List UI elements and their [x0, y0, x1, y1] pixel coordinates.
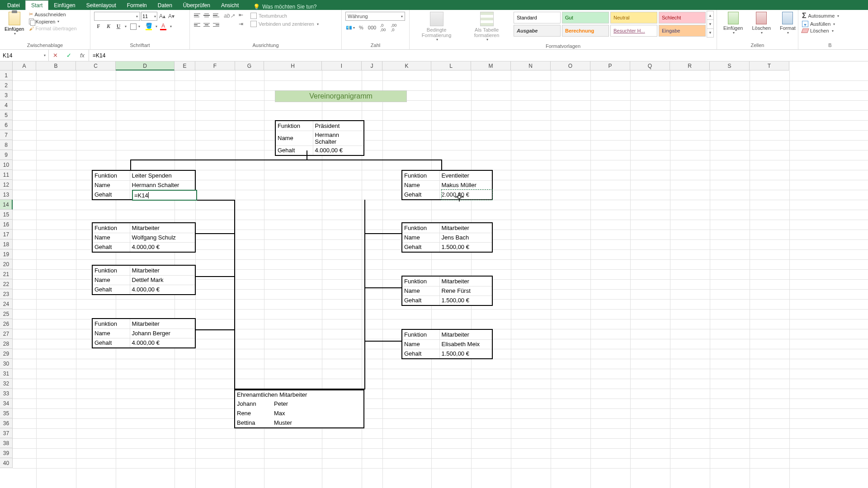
style-besuchter[interactable]: Besuchter H...: [610, 25, 657, 37]
row-header-1[interactable]: 1: [0, 70, 13, 80]
increase-decimal-button[interactable]: ,0,00: [378, 23, 388, 33]
tab-insert[interactable]: Einfügen: [48, 1, 80, 10]
font-color-button[interactable]: A: [158, 23, 168, 30]
row-header-38[interactable]: 38: [0, 438, 13, 448]
tab-formulas[interactable]: Formeln: [122, 1, 152, 10]
bold-button[interactable]: F: [94, 23, 103, 30]
row-header-24[interactable]: 24: [0, 299, 13, 309]
accounting-format-button[interactable]: 💶▾: [345, 23, 355, 33]
percent-button[interactable]: %: [356, 23, 366, 33]
col-header-O[interactable]: O: [551, 61, 590, 70]
format-painter-button[interactable]: 🖌 Format übertragen: [28, 25, 78, 32]
format-as-table-button[interactable]: Als Tabelle formatieren▾: [462, 11, 511, 43]
number-format-combo[interactable]: Währung▾: [345, 12, 405, 21]
col-header-R[interactable]: R: [670, 61, 710, 70]
fill-color-button[interactable]: 🪣: [144, 23, 154, 30]
row-header-36[interactable]: 36: [0, 418, 13, 428]
row-header-30[interactable]: 30: [0, 359, 13, 369]
col-header-G[interactable]: G: [235, 61, 264, 70]
row-header-6[interactable]: 6: [0, 120, 13, 130]
row-headers[interactable]: 1234567891011121314151617181920212223242…: [0, 70, 13, 468]
paste-button[interactable]: Einfügen ▾: [3, 11, 26, 37]
col-header-E[interactable]: E: [175, 61, 195, 70]
name-box[interactable]: K14 ▾: [0, 50, 49, 61]
style-eingabe[interactable]: Eingabe: [659, 25, 706, 37]
tell-me-search[interactable]: 💡 Was möchten Sie tun?: [253, 4, 316, 10]
col-header-C[interactable]: C: [76, 61, 116, 70]
decrease-decimal-button[interactable]: ,00,0: [389, 23, 399, 33]
border-button[interactable]: [130, 23, 137, 30]
decrease-indent-button[interactable]: ⇤: [237, 11, 245, 19]
enter-formula-button[interactable]: ✓: [64, 52, 73, 59]
row-header-17[interactable]: 17: [0, 230, 13, 239]
col-header-F[interactable]: F: [195, 61, 235, 70]
cut-button[interactable]: ✂ Ausschneiden: [28, 11, 78, 18]
col-header-A[interactable]: A: [13, 61, 36, 70]
row-header-29[interactable]: 29: [0, 349, 13, 359]
col-header-P[interactable]: P: [590, 61, 630, 70]
row-header-2[interactable]: 2: [0, 80, 13, 90]
col-header-K[interactable]: K: [382, 61, 431, 70]
align-center-button[interactable]: [202, 20, 211, 29]
align-middle-button[interactable]: [202, 11, 211, 20]
row-header-13[interactable]: 13: [0, 190, 13, 200]
row-header-39[interactable]: 39: [0, 448, 13, 458]
align-left-button[interactable]: [193, 20, 202, 29]
col-header-Q[interactable]: Q: [630, 61, 670, 70]
thousands-button[interactable]: 000: [367, 23, 377, 33]
row-header-4[interactable]: 4: [0, 100, 13, 110]
increase-indent-button[interactable]: ⇥: [237, 20, 245, 28]
scroll-down-icon[interactable]: ▼: [707, 20, 713, 28]
tab-view[interactable]: Ansicht: [216, 1, 244, 10]
fill-button[interactable]: Ausfüllen▾: [802, 21, 839, 27]
row-header-3[interactable]: 3: [0, 90, 13, 100]
style-ausgabe[interactable]: Ausgabe: [514, 25, 561, 37]
format-cells-button[interactable]: Format▾: [776, 11, 799, 36]
row-header-32[interactable]: 32: [0, 379, 13, 389]
row-header-18[interactable]: 18: [0, 239, 13, 249]
select-all-corner[interactable]: [0, 61, 13, 70]
col-header-B[interactable]: B: [36, 61, 76, 70]
row-header-5[interactable]: 5: [0, 110, 13, 120]
col-header-N[interactable]: N: [511, 61, 551, 70]
column-headers[interactable]: ABCDEFGHIJKLMNOPQRST: [13, 61, 789, 70]
row-header-28[interactable]: 28: [0, 339, 13, 349]
wrap-text-button[interactable]: Textumbruch: [250, 13, 319, 19]
copy-button[interactable]: Kopieren ▾: [28, 18, 78, 25]
row-header-22[interactable]: 22: [0, 279, 13, 289]
row-header-9[interactable]: 9: [0, 150, 13, 160]
fx-button[interactable]: fx: [78, 52, 87, 59]
col-header-J[interactable]: J: [362, 61, 382, 70]
tab-layout[interactable]: Seitenlayout: [81, 1, 122, 10]
row-header-14[interactable]: 14: [0, 200, 13, 210]
align-top-button[interactable]: [193, 11, 202, 20]
insert-cells-button[interactable]: Einfügen▾: [720, 11, 746, 36]
align-right-button[interactable]: [212, 20, 221, 29]
row-header-23[interactable]: 23: [0, 289, 13, 299]
align-bottom-button[interactable]: [212, 11, 221, 20]
col-header-D[interactable]: D: [116, 61, 175, 70]
row-header-11[interactable]: 11: [0, 170, 13, 180]
style-berechnung[interactable]: Berechnung: [562, 25, 609, 37]
merge-center-button[interactable]: Verbinden und zentrieren▾: [250, 21, 319, 27]
col-header-M[interactable]: M: [471, 61, 511, 70]
col-header-T[interactable]: T: [750, 61, 789, 70]
col-header-I[interactable]: I: [322, 61, 362, 70]
col-header-H[interactable]: H: [264, 61, 322, 70]
row-header-10[interactable]: 10: [0, 160, 13, 170]
decrease-font-button[interactable]: A▾: [167, 12, 175, 20]
tab-data[interactable]: Daten: [152, 1, 178, 10]
style-schlecht[interactable]: Schlecht: [659, 12, 706, 23]
row-header-34[interactable]: 34: [0, 399, 13, 408]
autosum-button[interactable]: ΣAutosumme▾: [802, 12, 839, 20]
font-name-combo[interactable]: ▾: [94, 12, 140, 21]
row-header-26[interactable]: 26: [0, 319, 13, 329]
underline-button[interactable]: U: [114, 23, 123, 30]
conditional-formatting-button[interactable]: Bedingte Formatierung▾: [412, 11, 461, 43]
scroll-up-icon[interactable]: ▲: [707, 11, 713, 20]
tab-file[interactable]: Datei: [2, 1, 25, 10]
delete-cells-button[interactable]: Löschen▾: [748, 11, 774, 36]
spreadsheet-grid[interactable]: ABCDEFGHIJKLMNOPQRST 1234567891011121314…: [0, 61, 868, 488]
italic-button[interactable]: K: [104, 23, 113, 30]
tab-home[interactable]: Start: [25, 0, 48, 10]
